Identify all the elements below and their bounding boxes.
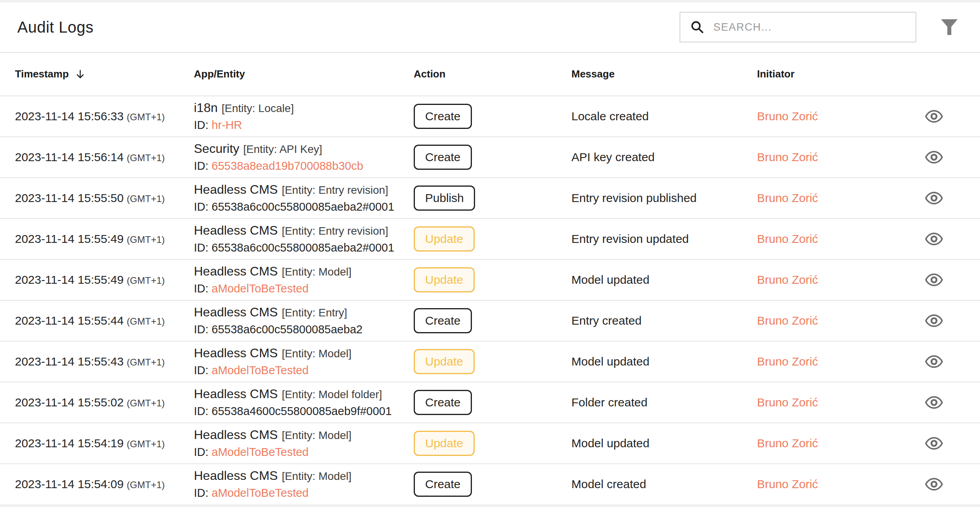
table-row: 2023-11-14 15:54:09(GMT+1) Headless CMS[…	[0, 463, 980, 504]
timezone-label: (GMT+1)	[127, 398, 165, 408]
topbar: Audit Logs	[0, 2, 980, 53]
entity-type: [Entity: Model]	[282, 429, 351, 441]
entity-id-value[interactable]: 65538a8ead19b700088b30cb	[212, 160, 363, 172]
eye-icon	[925, 151, 943, 164]
initiator-cell: Bruno Zorić	[757, 191, 925, 205]
view-details-button[interactable]	[925, 189, 947, 208]
entity-id-value[interactable]: aModelToBeTested	[212, 282, 309, 295]
timestamp-cell: 2023-11-14 15:55:49(GMT+1)	[15, 273, 194, 287]
timestamp-value: 2023-11-14 15:54:19	[15, 437, 123, 450]
app-entity-cell: Headless CMS[Entity: Entry] ID:65538a6c0…	[194, 306, 414, 335]
entity-type: [Entity: Entry]	[282, 307, 347, 319]
action-badge: Update	[414, 226, 475, 252]
app-entity-cell: i18n[Entity: Locale] ID:hr-HR	[194, 101, 414, 131]
entity-id-value[interactable]: 65538a6c00c55800085aeba2#0001	[212, 241, 394, 254]
timestamp-value: 2023-11-14 15:55:49	[15, 232, 123, 245]
action-badge: Publish	[414, 186, 475, 211]
entity-type: [Entity: Model]	[282, 347, 351, 360]
app-entity-cell: Headless CMS[Entity: Model] ID:aModelToB…	[194, 428, 414, 458]
action-badge: Update	[414, 267, 475, 292]
view-details-button[interactable]	[925, 352, 947, 371]
action-badge: Create	[414, 308, 472, 333]
row-actions-cell	[925, 148, 960, 167]
row-actions-cell	[925, 311, 960, 330]
view-details-button[interactable]	[925, 475, 947, 494]
search-input[interactable]	[713, 21, 908, 33]
app-name: Headless CMS	[194, 387, 278, 401]
initiator-link[interactable]: Bruno Zorić	[757, 478, 818, 490]
entity-id-value[interactable]: aModelToBeTested	[212, 487, 309, 499]
entity-type: [Entity: Entry revision]	[282, 225, 388, 237]
initiator-link[interactable]: Bruno Zorić	[757, 151, 818, 163]
entity-id-value[interactable]: aModelToBeTested	[212, 364, 309, 377]
entity-type: [Entity: API Key]	[243, 143, 322, 155]
table-row: 2023-11-14 15:55:44(GMT+1) Headless CMS[…	[0, 300, 980, 341]
initiator-link[interactable]: Bruno Zorić	[757, 396, 818, 409]
initiator-link[interactable]: Bruno Zorić	[757, 273, 818, 286]
app-name: Security	[194, 141, 239, 156]
eye-icon	[925, 478, 943, 491]
initiator-link[interactable]: Bruno Zorić	[757, 191, 818, 204]
timestamp-value: 2023-11-14 15:55:49	[15, 273, 123, 286]
view-details-button[interactable]	[925, 311, 947, 330]
view-details-button[interactable]	[925, 434, 947, 453]
timestamp-cell: 2023-11-14 15:55:49(GMT+1)	[15, 232, 194, 246]
message-text: Model updated	[571, 273, 757, 287]
message-text: Entry revision published	[571, 191, 757, 205]
view-details-button[interactable]	[925, 107, 947, 126]
timezone-label: (GMT+1)	[127, 193, 165, 204]
table-body: 2023-11-14 15:56:33(GMT+1) i18n[Entity: …	[0, 96, 980, 504]
entity-id-label: ID:	[194, 241, 208, 254]
initiator-link[interactable]: Bruno Zorić	[757, 437, 818, 450]
entity-id-value[interactable]: hr-HR	[212, 119, 242, 131]
app-entity-cell: Security[Entity: API Key] ID:65538a8ead1…	[194, 142, 414, 172]
action-badge: Create	[414, 472, 472, 497]
search-box	[680, 12, 916, 42]
initiator-link[interactable]: Bruno Zorić	[757, 355, 818, 368]
row-actions-cell	[925, 475, 960, 494]
timestamp-cell: 2023-11-14 15:55:02(GMT+1)	[15, 396, 194, 409]
action-cell: Update	[414, 267, 571, 292]
initiator-cell: Bruno Zorić	[757, 110, 925, 123]
column-header-action: Action	[414, 68, 571, 80]
eye-icon	[925, 232, 943, 246]
entity-type: [Entity: Model folder]	[282, 388, 382, 400]
eye-icon	[925, 437, 943, 450]
row-actions-cell	[925, 189, 960, 208]
initiator-link[interactable]: Bruno Zorić	[757, 314, 818, 327]
entity-id-value[interactable]: 65538a6c00c55800085aeba2#0001	[212, 200, 394, 213]
initiator-cell: Bruno Zorić	[757, 355, 925, 368]
entity-id-value[interactable]: 65538a4600c55800085aeb9f#0001	[212, 405, 392, 417]
message-text: Entry revision updated	[571, 232, 757, 246]
column-header-message: Message	[571, 68, 757, 80]
app-entity-cell: Headless CMS[Entity: Model] ID:aModelToB…	[194, 469, 414, 499]
column-header-initiator: Initiator	[757, 68, 925, 80]
view-details-button[interactable]	[925, 270, 947, 289]
action-cell: Create	[414, 145, 571, 170]
message-text: Model updated	[571, 355, 757, 368]
timestamp-cell: 2023-11-14 15:56:14(GMT+1)	[15, 151, 194, 164]
row-actions-cell	[925, 434, 960, 453]
sort-desc-icon	[74, 68, 86, 80]
timestamp-cell: 2023-11-14 15:55:44(GMT+1)	[15, 314, 194, 327]
entity-id-value[interactable]: aModelToBeTested	[212, 446, 309, 458]
column-header-timestamp[interactable]: Timestamp	[15, 68, 194, 80]
table-row: 2023-11-14 15:56:33(GMT+1) i18n[Entity: …	[0, 96, 980, 136]
initiator-link[interactable]: Bruno Zorić	[757, 232, 818, 245]
column-label-message: Message	[571, 68, 615, 80]
entity-id-value[interactable]: 65538a6c00c55800085aeba2	[212, 323, 363, 336]
view-details-button[interactable]	[925, 148, 947, 167]
timestamp-value: 2023-11-14 15:54:09	[15, 478, 123, 490]
timezone-label: (GMT+1)	[127, 152, 165, 163]
eye-icon	[925, 396, 943, 409]
table-row: 2023-11-14 15:56:14(GMT+1) Security[Enti…	[0, 136, 980, 177]
timestamp-value: 2023-11-14 15:56:14	[15, 151, 123, 163]
view-details-button[interactable]	[925, 230, 947, 248]
filter-icon	[940, 18, 958, 36]
table-row: 2023-11-14 15:55:43(GMT+1) Headless CMS[…	[0, 341, 980, 382]
filter-button[interactable]	[939, 17, 960, 37]
initiator-link[interactable]: Bruno Zorić	[757, 110, 818, 123]
message-text: Locale created	[571, 110, 757, 123]
timestamp-cell: 2023-11-14 15:54:19(GMT+1)	[15, 437, 194, 450]
view-details-button[interactable]	[925, 393, 947, 412]
